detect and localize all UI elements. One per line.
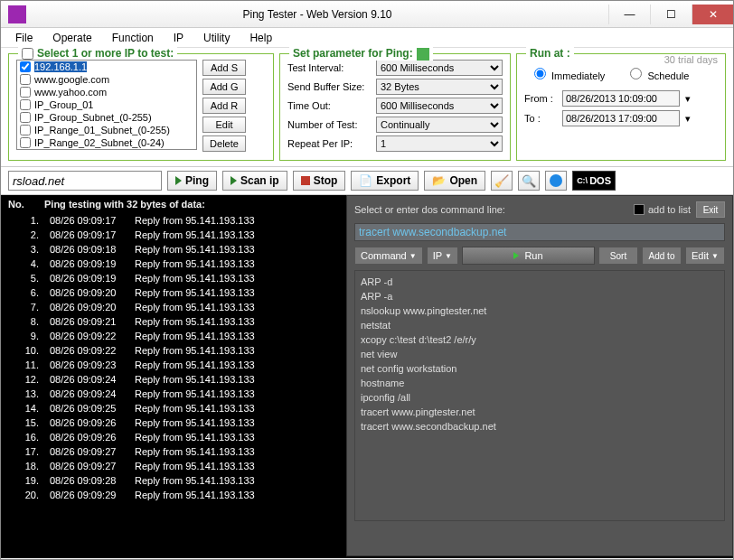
- ip-checkbox[interactable]: [20, 74, 31, 85]
- ip-list-item[interactable]: www.google.com: [17, 73, 196, 86]
- add-g-button[interactable]: Add G: [202, 79, 246, 95]
- dos-list-item[interactable]: tracert www.pingtester.net: [361, 405, 719, 419]
- host-input[interactable]: [8, 171, 162, 191]
- ip-checkbox[interactable]: [20, 99, 31, 110]
- row-no: 14.: [8, 403, 44, 417]
- dos-button[interactable]: C:\DOS: [572, 171, 616, 191]
- param-label: Send Buffer Size:: [287, 81, 371, 92]
- clear-button[interactable]: 🧹: [491, 171, 513, 191]
- param-select[interactable]: Continually: [376, 117, 503, 133]
- ip-list-item[interactable]: IP_Group_01: [17, 98, 196, 111]
- export-button[interactable]: 📄Export: [351, 171, 419, 191]
- ip-list[interactable]: 192.168.1.1www.google.comwww.yahoo.comIP…: [16, 60, 197, 150]
- dos-list-item[interactable]: netstat: [361, 318, 719, 332]
- ip-legend: Select 1 or more IP to test:: [18, 47, 177, 60]
- ip-checkbox[interactable]: [20, 61, 31, 72]
- dos-command-list[interactable]: ARP -dARP -anslookup www.pingtester.netn…: [354, 270, 725, 521]
- menubar: FileOperateFunctionIPUtilityHelp: [1, 28, 733, 48]
- trial-days-label: 30 trial days: [664, 54, 718, 65]
- dos-list-item[interactable]: ipconfig /all: [361, 390, 719, 405]
- dos-list-item[interactable]: ARP -a: [361, 289, 719, 303]
- menu-utility[interactable]: Utility: [194, 30, 239, 46]
- param-select[interactable]: 1: [376, 135, 503, 152]
- row-no: 1.: [8, 215, 44, 229]
- row-timestamp: 08/26 09:09:24: [44, 374, 135, 388]
- ip-checkbox[interactable]: [20, 125, 31, 135]
- add-to-button[interactable]: Add to: [642, 247, 682, 265]
- sort-button[interactable]: Sort: [598, 247, 638, 265]
- menu-operate[interactable]: Operate: [43, 30, 100, 46]
- app-icon: [8, 5, 26, 23]
- dos-list-item[interactable]: net config workstation: [361, 361, 719, 376]
- dos-exit-button[interactable]: Exit: [696, 201, 725, 218]
- row-no: 15.: [8, 417, 44, 432]
- dos-run-button[interactable]: Run: [462, 247, 595, 265]
- param-select[interactable]: 600 Milliseconds: [376, 60, 503, 76]
- ip-dropdown[interactable]: IP▼: [427, 247, 458, 265]
- to-dropdown-icon[interactable]: ▾: [685, 113, 718, 125]
- ip-checkbox[interactable]: [20, 87, 31, 98]
- to-datetime[interactable]: [562, 110, 680, 126]
- row-timestamp: 08/26 09:09:18: [44, 244, 135, 258]
- dos-command-input[interactable]: [354, 223, 725, 241]
- ip-list-item[interactable]: IP_Range_01_Subnet_(0-255): [17, 124, 196, 136]
- search-button[interactable]: 🔍: [518, 171, 540, 191]
- edit-dropdown[interactable]: Edit▼: [685, 247, 725, 265]
- param-label: Number of Test:: [287, 119, 371, 130]
- ie-icon: [550, 174, 562, 187]
- dos-list-item[interactable]: net view: [361, 347, 719, 361]
- row-timestamp: 08/26 09:09:17: [44, 215, 135, 229]
- dos-list-item[interactable]: xcopy c:\test d:\test2 /e/r/y: [361, 332, 719, 347]
- from-datetime[interactable]: [562, 90, 680, 107]
- param-select[interactable]: 600 Milliseconds: [376, 98, 503, 114]
- menu-ip[interactable]: IP: [165, 30, 193, 46]
- browser-button[interactable]: [545, 171, 567, 191]
- maximize-button[interactable]: ☐: [650, 5, 692, 24]
- command-dropdown[interactable]: Command▼: [354, 247, 423, 265]
- menu-file[interactable]: File: [6, 30, 42, 46]
- play-icon: [175, 176, 182, 185]
- dos-list-item[interactable]: ARP -d: [361, 275, 719, 289]
- ping-button[interactable]: Ping: [167, 171, 217, 191]
- ip-legend-checkbox[interactable]: [22, 48, 33, 60]
- row-timestamp: 08/26 09:09:20: [44, 287, 135, 302]
- caret-down-icon: ▼: [409, 252, 417, 260]
- ip-checkbox[interactable]: [20, 137, 31, 148]
- ip-list-item[interactable]: www.yahoo.com: [17, 86, 196, 98]
- ip-list-item[interactable]: IP_Range_02_Subnet_(0-24): [17, 136, 196, 149]
- row-timestamp: 08/26 09:09:26: [44, 432, 135, 446]
- radio-immediately[interactable]: Immediately: [530, 70, 605, 81]
- delete-button[interactable]: Delete: [202, 135, 246, 152]
- edit-button[interactable]: Edit: [202, 117, 246, 133]
- row-no: 7.: [8, 302, 44, 316]
- stop-button[interactable]: Stop: [293, 171, 346, 191]
- dos-list-item[interactable]: nslookup www.pingtester.net: [361, 303, 719, 318]
- ip-checkbox[interactable]: [20, 112, 31, 123]
- menu-function[interactable]: Function: [103, 30, 163, 46]
- param-label: Test Interval:: [287, 62, 371, 73]
- down-icon[interactable]: [417, 48, 429, 61]
- menu-help[interactable]: Help: [240, 30, 281, 46]
- titlebar: Ping Tester - Web Version 9.10 — ☐ ✕: [1, 1, 733, 28]
- add-to-list-checkbox[interactable]: add to list: [634, 204, 691, 215]
- from-dropdown-icon[interactable]: ▾: [685, 93, 718, 105]
- scan-ip-button[interactable]: Scan ip: [222, 171, 287, 191]
- radio-schedule[interactable]: Schedule: [626, 70, 689, 81]
- close-button[interactable]: ✕: [692, 5, 733, 24]
- row-no: 16.: [8, 432, 44, 446]
- ip-list-item[interactable]: IP_Group_Subnet_(0-255): [17, 111, 196, 124]
- row-no: 4.: [8, 258, 44, 273]
- minimize-button[interactable]: —: [608, 5, 650, 24]
- dos-list-item[interactable]: tracert www.secondbackup.net: [361, 419, 719, 434]
- add-r-button[interactable]: Add R: [202, 98, 246, 114]
- ip-label: 192.168.1.1: [34, 61, 87, 72]
- param-select[interactable]: 32 Bytes: [376, 79, 503, 95]
- row-timestamp: 08/26 09:09:23: [44, 359, 135, 374]
- row-no: 19.: [8, 475, 44, 490]
- play-icon: [513, 252, 519, 259]
- ip-list-item[interactable]: 192.168.1.1: [17, 61, 196, 73]
- row-no: 11.: [8, 359, 44, 374]
- add-s-button[interactable]: Add S: [202, 60, 246, 76]
- dos-list-item[interactable]: hostname: [361, 376, 719, 390]
- open-button[interactable]: 📂Open: [424, 171, 485, 191]
